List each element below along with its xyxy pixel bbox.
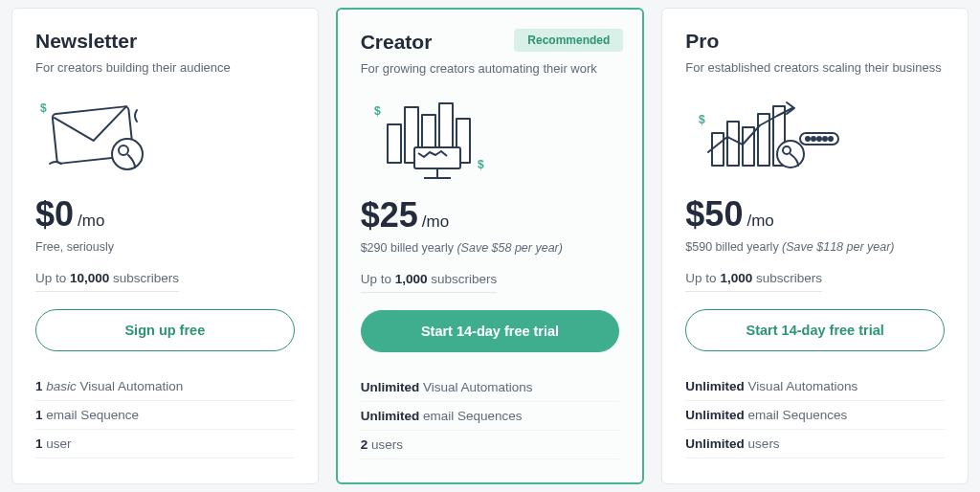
plan-creator: Recommended Creator For growing creators…: [336, 8, 645, 484]
plan-title: Pro: [685, 30, 945, 53]
price-note: $590 billed yearly (Save $118 per year): [685, 240, 945, 254]
start-trial-button[interactable]: Start 14-day free trial: [361, 310, 620, 352]
feature-list: Unlimited Visual Automations Unlimited e…: [361, 373, 620, 459]
feature-item: Unlimited Visual Automations: [685, 372, 945, 401]
svg-rect-4: [388, 124, 401, 163]
plan-subtitle: For established creators scaling their b…: [685, 60, 945, 75]
envelope-icon: $: [35, 88, 295, 189]
subscriber-limit: Up to 1,000 subscribers: [361, 272, 498, 293]
price-note: Free, seriously: [35, 240, 295, 254]
price-row: $0 /mo: [35, 194, 295, 235]
feature-item: 1 email Sequence: [35, 401, 295, 430]
svg-text:$: $: [478, 158, 484, 171]
price-period: /mo: [746, 212, 773, 231]
feature-item: 1 user: [35, 430, 295, 458]
svg-point-23: [812, 137, 815, 141]
price-amount: $0: [35, 194, 74, 235]
pricing-plans: Newsletter For creators building their a…: [11, 8, 969, 484]
bar-chart-icon: $ $: [361, 89, 620, 190]
svg-text:$: $: [374, 104, 381, 118]
feature-item: 2 users: [361, 431, 620, 459]
svg-point-22: [806, 137, 810, 141]
svg-point-26: [829, 137, 833, 141]
svg-rect-15: [727, 122, 739, 166]
plan-title: Newsletter: [35, 30, 295, 53]
svg-text:$: $: [40, 101, 47, 115]
feature-item: Unlimited email Sequences: [361, 402, 620, 431]
price-note: $290 billed yearly (Save $58 per year): [361, 241, 620, 255]
plan-pro: Pro For established creators scaling the…: [661, 8, 969, 484]
svg-rect-14: [712, 133, 724, 166]
feature-item: Unlimited email Sequences: [685, 401, 945, 430]
plan-subtitle: For creators building their audience: [35, 60, 295, 75]
price-row: $50 /mo: [685, 194, 945, 235]
feature-list: Unlimited Visual Automations Unlimited e…: [685, 372, 945, 458]
feature-list: 1 basic Visual Automation 1 email Sequen…: [35, 372, 295, 458]
price-row: $25 /mo: [361, 195, 620, 235]
feature-item: 1 basic Visual Automation: [35, 372, 295, 401]
subscriber-limit: Up to 1,000 subscribers: [685, 271, 822, 292]
price-amount: $25: [361, 195, 418, 235]
svg-text:$: $: [699, 113, 705, 126]
plan-subtitle: For growing creators automating their wo…: [361, 61, 620, 76]
price-amount: $50: [685, 194, 743, 235]
svg-rect-9: [414, 147, 460, 168]
svg-point-25: [823, 137, 827, 141]
svg-point-24: [817, 137, 821, 141]
plan-newsletter: Newsletter For creators building their a…: [11, 8, 319, 484]
price-period: /mo: [78, 212, 104, 231]
signup-free-button[interactable]: Sign up free: [35, 309, 295, 351]
start-trial-button[interactable]: Start 14-day free trial: [685, 309, 945, 351]
growth-chart-icon: $: [685, 88, 945, 189]
recommended-badge: Recommended: [514, 29, 623, 52]
price-period: /mo: [422, 212, 449, 232]
subscriber-limit: Up to 10,000 subscribers: [35, 271, 179, 292]
feature-item: Unlimited users: [685, 430, 945, 458]
feature-item: Unlimited Visual Automations: [361, 373, 620, 402]
